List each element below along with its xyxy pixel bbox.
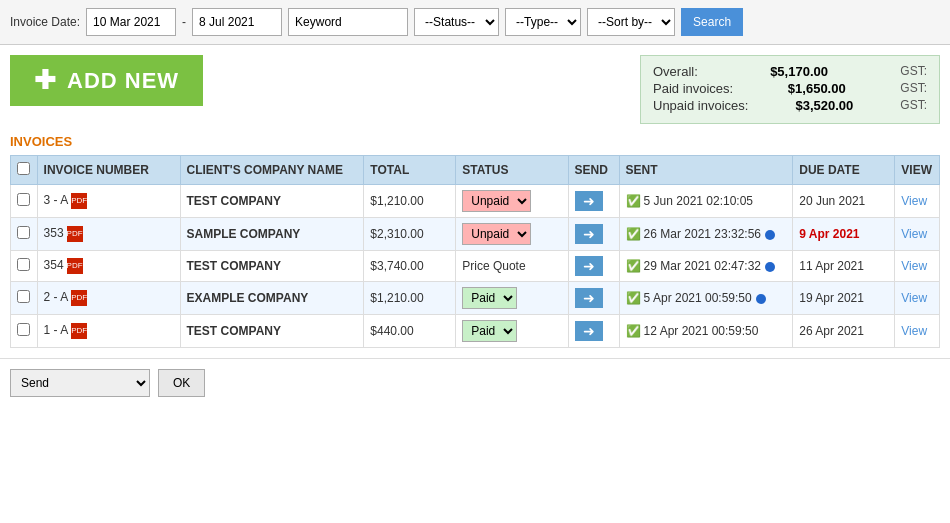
- row-checkbox[interactable]: [17, 290, 30, 303]
- company-name: EXAMPLE COMPANY: [187, 291, 309, 305]
- sent-cell: ✅5 Jun 2021 02:10:05: [619, 185, 793, 218]
- pdf-icon[interactable]: PDF: [67, 258, 83, 274]
- header-send: SEND: [568, 156, 619, 185]
- company-name-cell: TEST COMPANY: [180, 315, 364, 348]
- blue-dot-icon: [756, 294, 766, 304]
- status-dropdown[interactable]: Paid: [462, 287, 517, 309]
- send-cell: ➜: [568, 315, 619, 348]
- pdf-icon[interactable]: PDF: [67, 226, 83, 242]
- unpaid-row: Unpaid invoices: $3,520.00 GST:: [653, 98, 927, 113]
- company-name: SAMPLE COMPANY: [187, 227, 301, 241]
- top-row: ✚ ADD NEW Overall: $5,170.00 GST: Paid i…: [10, 55, 940, 124]
- view-link[interactable]: View: [901, 259, 927, 273]
- search-button[interactable]: Search: [681, 8, 743, 36]
- add-new-button[interactable]: ✚ ADD NEW: [10, 55, 203, 106]
- row-checkbox[interactable]: [17, 258, 30, 271]
- total-cell: $3,740.00: [364, 251, 456, 282]
- header-invoice-number: INVOICE NUMBER: [37, 156, 180, 185]
- row-checkbox[interactable]: [17, 193, 30, 206]
- overall-row: Overall: $5,170.00 GST:: [653, 64, 927, 79]
- due-date-cell: 19 Apr 2021: [793, 282, 895, 315]
- company-name-cell: TEST COMPANY: [180, 251, 364, 282]
- sent-check-icon: ✅: [626, 227, 641, 241]
- sort-select[interactable]: --Sort by--: [587, 8, 675, 36]
- sent-check-icon: ✅: [626, 291, 641, 305]
- unpaid-amount: $3,520.00: [795, 98, 853, 113]
- sent-cell: ✅29 Mar 2021 02:47:32: [619, 251, 793, 282]
- table-header-row: INVOICE NUMBER CLIENT'S COMPANY NAME TOT…: [11, 156, 940, 185]
- send-cell: ➜: [568, 185, 619, 218]
- paid-gst: GST:: [900, 81, 927, 96]
- select-all-checkbox[interactable]: [17, 162, 30, 175]
- status-select[interactable]: --Status--: [414, 8, 499, 36]
- overall-amount: $5,170.00: [770, 64, 828, 79]
- view-link[interactable]: View: [901, 227, 927, 241]
- total-cell: $1,210.00: [364, 282, 456, 315]
- sent-check-icon: ✅: [626, 194, 641, 208]
- send-button[interactable]: ➜: [575, 288, 603, 308]
- company-name-cell: EXAMPLE COMPANY: [180, 282, 364, 315]
- status-cell: Unpaid: [456, 185, 568, 218]
- row-checkbox[interactable]: [17, 226, 30, 239]
- header-status: STATUS: [456, 156, 568, 185]
- row-checkbox-cell: [11, 315, 38, 348]
- date-from-input[interactable]: [86, 8, 176, 36]
- filter-bar: Invoice Date: - --Status-- --Type-- --So…: [0, 0, 950, 45]
- send-button[interactable]: ➜: [575, 224, 603, 244]
- invoice-number: 2 - A: [44, 290, 69, 304]
- status-cell: Price Quote: [456, 251, 568, 282]
- row-checkbox-cell: [11, 218, 38, 251]
- date-to-input[interactable]: [192, 8, 282, 36]
- main-content: ✚ ADD NEW Overall: $5,170.00 GST: Paid i…: [0, 45, 950, 358]
- due-date-cell: 9 Apr 2021: [793, 218, 895, 251]
- sent-date: 12 Apr 2021 00:59:50: [644, 324, 759, 338]
- send-cell: ➜: [568, 251, 619, 282]
- due-date-cell: 11 Apr 2021: [793, 251, 895, 282]
- sent-date: 5 Jun 2021 02:10:05: [644, 194, 753, 208]
- sent-cell: ✅12 Apr 2021 00:59:50: [619, 315, 793, 348]
- status-dropdown[interactable]: Paid: [462, 320, 517, 342]
- bulk-action-select[interactable]: Send: [10, 369, 150, 397]
- invoice-number: 3 - A: [44, 193, 69, 207]
- send-cell: ➜: [568, 218, 619, 251]
- table-row: 354PDFTEST COMPANY$3,740.00Price Quote➜✅…: [11, 251, 940, 282]
- view-link[interactable]: View: [901, 324, 927, 338]
- total-cell: $1,210.00: [364, 185, 456, 218]
- paid-label: Paid invoices:: [653, 81, 733, 96]
- keyword-input[interactable]: [288, 8, 408, 36]
- table-row: 1 - APDFTEST COMPANY$440.00Paid➜✅12 Apr …: [11, 315, 940, 348]
- row-checkbox[interactable]: [17, 323, 30, 336]
- header-view: VIEW: [895, 156, 940, 185]
- plus-icon: ✚: [34, 65, 57, 96]
- view-link[interactable]: View: [901, 194, 927, 208]
- header-checkbox: [11, 156, 38, 185]
- send-button[interactable]: ➜: [575, 321, 603, 341]
- date-separator: -: [182, 15, 186, 29]
- type-select[interactable]: --Type--: [505, 8, 581, 36]
- view-link[interactable]: View: [901, 291, 927, 305]
- due-date-cell: 20 Jun 2021: [793, 185, 895, 218]
- send-button[interactable]: ➜: [575, 256, 603, 276]
- view-cell: View: [895, 218, 940, 251]
- sent-check-icon: ✅: [626, 324, 641, 338]
- invoice-number-cell: 353PDF: [37, 218, 180, 251]
- row-checkbox-cell: [11, 251, 38, 282]
- row-checkbox-cell: [11, 282, 38, 315]
- status-dropdown[interactable]: Unpaid: [462, 190, 531, 212]
- blue-dot-icon: [765, 230, 775, 240]
- due-date-cell: 26 Apr 2021: [793, 315, 895, 348]
- company-name: TEST COMPANY: [187, 259, 281, 273]
- status-dropdown[interactable]: Unpaid: [462, 223, 531, 245]
- paid-amount: $1,650.00: [788, 81, 846, 96]
- unpaid-gst: GST:: [900, 98, 927, 113]
- table-row: 2 - APDFEXAMPLE COMPANY$1,210.00Paid➜✅5 …: [11, 282, 940, 315]
- pdf-icon[interactable]: PDF: [71, 290, 87, 306]
- due-date: 26 Apr 2021: [799, 324, 864, 338]
- pdf-icon[interactable]: PDF: [71, 193, 87, 209]
- header-due-date: DUE DATE: [793, 156, 895, 185]
- send-button[interactable]: ➜: [575, 191, 603, 211]
- pdf-icon[interactable]: PDF: [71, 323, 87, 339]
- invoice-number-cell: 2 - APDF: [37, 282, 180, 315]
- invoice-number: 353: [44, 226, 64, 240]
- ok-button[interactable]: OK: [158, 369, 205, 397]
